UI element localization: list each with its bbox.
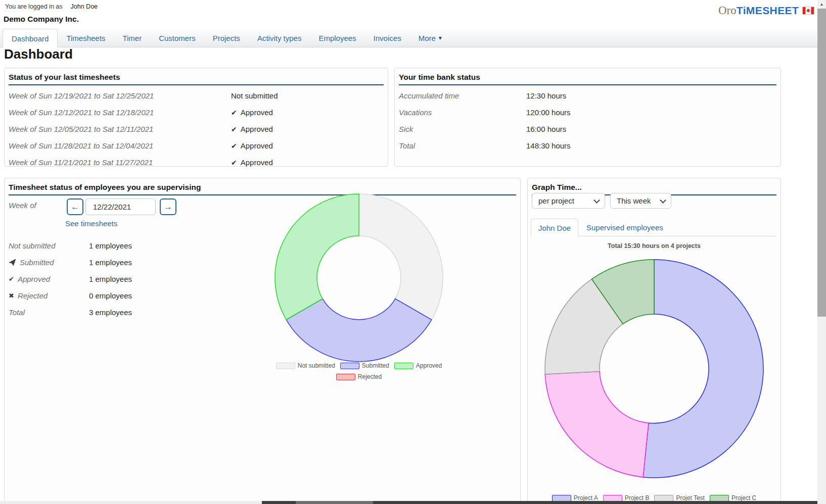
chart-legend: Project A Project B Projet Test Project … — [528, 494, 781, 501]
tab-label: Projects — [213, 34, 240, 42]
week-label: Week of Sun 11/28/2021 to Sat 12/04/2021 — [9, 141, 231, 150]
legend-item: Project C — [710, 494, 756, 501]
chart-legend: Rejected — [268, 373, 450, 380]
last-timesheets-panel: Status of your last timesheets Week of S… — [4, 68, 388, 167]
legend-item: Project B — [603, 494, 650, 501]
legend-swatch-project-a — [552, 495, 571, 501]
horizontal-scrollbar-track[interactable] — [0, 501, 262, 504]
stat-value: 1 employees — [89, 275, 132, 283]
table-row: Week of Sun 11/21/2021 to Sat 11/27/2021… — [5, 154, 388, 171]
legend-swatch-submitted — [340, 363, 359, 369]
caret-down-icon: ▾ — [439, 34, 442, 41]
time-bank-panel: Your time bank status Accumulated time 1… — [394, 68, 781, 167]
tab-activity-types[interactable]: Activity types — [249, 29, 310, 47]
page-title: Dashboard — [4, 46, 73, 62]
tab-label: Dashboard — [12, 34, 49, 43]
graph-time-panel: Graph Time... per project This week John… — [527, 178, 781, 504]
tab-label: Supervised employees — [586, 223, 663, 232]
time-bank-rows: Accumulated time 12:30 hours Vacations 1… — [395, 87, 781, 154]
timesheet-status-donut-chart — [273, 192, 445, 364]
tab-more[interactable]: More▾ — [410, 29, 450, 47]
select-value: per project — [538, 196, 574, 205]
bank-value: 16:00 hours — [526, 125, 566, 133]
legend-label: Projet Test — [676, 494, 704, 501]
tab-dashboard[interactable]: Dashboard — [3, 29, 58, 47]
panel-title: Status of your last timesheets — [9, 71, 384, 85]
list-item: ✖Rejected 0 employees — [9, 287, 165, 304]
chevron-down-icon — [660, 197, 666, 204]
bank-value: 148:30 hours — [526, 141, 571, 150]
week-label: Week of Sun 12/19/2021 to Sat 12/25/2021 — [9, 91, 231, 100]
period-select[interactable]: This week — [610, 193, 671, 209]
table-row: Week of Sun 12/12/2021 to Sat 12/18/2021… — [5, 104, 388, 121]
check-icon: ✔ — [231, 142, 237, 150]
orotimesheet-logo[interactable]: OroTiMESHEET — [718, 4, 814, 17]
horizontal-scrollbar-thumb[interactable] — [296, 501, 373, 504]
table-row: Week of Sun 12/19/2021 to Sat 12/25/2021… — [5, 87, 388, 104]
next-week-button[interactable]: → — [160, 198, 176, 215]
brand-bold-text: TiMESHEET — [737, 5, 799, 17]
legend-item: Projet Test — [654, 494, 704, 501]
tab-projects[interactable]: Projects — [204, 29, 249, 47]
legend-label: Not submitted — [298, 362, 335, 369]
list-item: ✔Approved 1 employees — [9, 271, 165, 287]
previous-week-button[interactable]: ← — [67, 198, 83, 215]
check-icon: ✔ — [231, 125, 237, 133]
x-icon: ✖ — [9, 292, 14, 299]
legend-item: Rejected — [336, 373, 382, 380]
logged-in-line: You are logged in asJohn Doe — [5, 3, 98, 10]
time-per-project-donut-chart — [542, 257, 766, 481]
brand-serif-text: Oro — [718, 4, 737, 17]
paper-plane-icon — [9, 259, 16, 266]
bank-label: Sick — [399, 125, 526, 133]
timesheet-rows: Week of Sun 12/19/2021 to Sat 12/25/2021… — [5, 87, 388, 171]
bank-label: Total — [399, 141, 526, 150]
check-icon: ✔ — [231, 109, 237, 117]
week-label: Week of Sun 12/12/2021 to Sat 12/18/2021 — [9, 108, 231, 117]
dashboard-screen: You are logged in asJohn Doe Demo Compan… — [0, 0, 826, 504]
tab-timesheets[interactable]: Timesheets — [58, 29, 114, 47]
tab-employees[interactable]: Employees — [310, 29, 364, 47]
bank-value: 120:00 hours — [526, 108, 571, 117]
select-value: This week — [617, 196, 651, 205]
check-icon: ✔ — [9, 275, 14, 283]
vertical-scrollbar[interactable]: ▲ — [817, 0, 826, 504]
vertical-scrollbar-thumb[interactable] — [817, 9, 826, 317]
table-row: Total 148:30 hours — [395, 137, 781, 154]
status-value: Not submitted — [231, 91, 278, 100]
tab-customers[interactable]: Customers — [150, 29, 204, 47]
user-name: John Doe — [71, 3, 98, 10]
logged-in-label: You are logged in as — [5, 3, 63, 10]
bank-label: Vacations — [399, 108, 526, 117]
tab-label: Activity types — [257, 34, 302, 42]
tab-supervised-employees[interactable]: Supervised employees — [586, 219, 663, 236]
horizontal-scrollbar-track[interactable] — [262, 501, 296, 504]
legend-label: Project B — [625, 494, 650, 501]
graph-tabs: John Doe Supervised employees — [531, 219, 776, 236]
stat-label: Submitted — [20, 258, 54, 267]
see-timesheets-link[interactable]: See timesheets — [65, 219, 117, 228]
group-by-select[interactable]: per project — [532, 193, 605, 209]
table-row: Sick 16:00 hours — [395, 121, 781, 137]
week-date-input[interactable] — [85, 198, 156, 215]
arrow-right-icon: → — [164, 202, 172, 212]
table-row: Week of Sun 12/05/2021 to Sat 12/11/2021… — [5, 121, 388, 137]
company-name: Demo Company Inc. — [4, 15, 79, 24]
horizontal-scrollbar-track[interactable] — [373, 501, 817, 504]
tab-invoices[interactable]: Invoices — [365, 29, 410, 47]
legend-swatch-not-submitted — [276, 363, 295, 369]
tab-timer[interactable]: Timer — [114, 29, 150, 47]
legend-label: Submitted — [362, 362, 389, 369]
chevron-down-icon — [593, 197, 600, 204]
legend-label: Project A — [574, 494, 598, 501]
week-label: Week of Sun 12/05/2021 to Sat 12/11/2021 — [9, 125, 231, 133]
main-nav: Dashboard Timesheets Timer Customers Pro… — [0, 29, 817, 47]
legend-swatch-project-b — [603, 495, 622, 501]
status-value: ✔Approved — [231, 108, 273, 117]
stat-label: Approved — [18, 275, 50, 283]
legend-label: Rejected — [358, 373, 382, 380]
arrow-left-icon: ← — [71, 202, 79, 212]
scroll-up-icon[interactable]: ▲ — [817, 0, 826, 9]
tab-john-doe[interactable]: John Doe — [531, 219, 578, 237]
status-value: ✔Approved — [231, 158, 273, 167]
